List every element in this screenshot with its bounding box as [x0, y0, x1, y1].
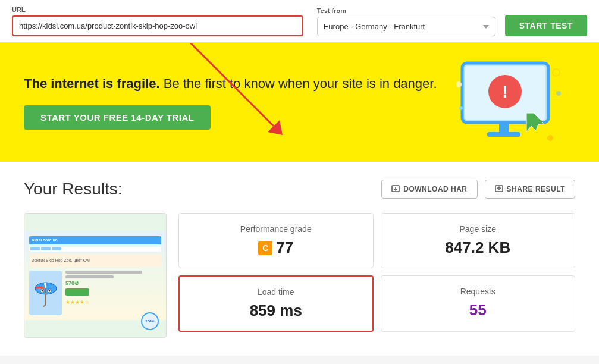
svg-point-22 — [41, 290, 43, 292]
banner-text: The internet is fragile. Be the first to… — [24, 75, 444, 93]
svg-point-9 — [553, 69, 560, 76]
thumb-nav-dot — [30, 247, 40, 250]
svg-point-12 — [459, 106, 463, 110]
thumb-seal-badge: 100% — [141, 312, 159, 330]
thumb-header: Kidsi.com.ua — [29, 236, 161, 244]
performance-grade-card: Performance grade C 77 — [178, 213, 374, 268]
thumb-title-text: Зонтик Skip Hop Zoo, цвет Owl — [32, 258, 90, 262]
start-test-button[interactable]: START TEST — [505, 15, 587, 36]
svg-point-13 — [547, 135, 553, 141]
svg-point-10 — [556, 91, 561, 96]
thumb-product-info: 570₴ ★★★★☆ — [65, 271, 161, 315]
thumb-buy-btn — [65, 288, 89, 296]
banner-bold-text: The internet is fragile. — [24, 76, 160, 91]
test-from-group: Test from Europe - Germany - FrankfurtNo… — [317, 7, 495, 36]
thumb-nav-dot — [52, 247, 61, 250]
stats-grid: Performance grade C 77 Page size 847.2 K… — [178, 213, 575, 332]
requests-card: Requests 55 — [381, 275, 576, 332]
download-icon — [391, 185, 400, 193]
grade-number: 77 — [276, 239, 293, 257]
monitor-illustration: ! — [456, 61, 563, 144]
svg-point-23 — [48, 290, 50, 292]
results-title: Your Results: — [24, 180, 123, 199]
thumb-title-bar: Зонтик Skip Hop Zoo, цвет Owl — [29, 254, 161, 267]
page-size-card: Page size 847.2 KB — [381, 213, 576, 268]
test-from-label: Test from — [317, 7, 495, 14]
load-time-value: 859 ms — [250, 302, 302, 320]
url-group: URL — [12, 6, 308, 36]
requests-label: Requests — [460, 287, 495, 296]
thumb-logo-text: Kidsi.com.ua — [32, 238, 58, 242]
results-header: Your Results: DOWNLOAD HAR SHARE RESULT — [24, 180, 575, 199]
svg-rect-7 — [487, 132, 520, 137]
thumb-price: 570₴ — [65, 280, 161, 286]
location-select[interactable]: Europe - Germany - FrankfurtNorth Americ… — [317, 17, 495, 36]
thumb-nav — [29, 247, 161, 252]
banner-normal-text: Be the first to know when your site is i… — [164, 76, 437, 91]
thumb-product-image — [29, 271, 62, 315]
page-size-label: Page size — [460, 224, 496, 234]
umbrella-svg — [34, 278, 58, 307]
banner-left: The internet is fragile. Be the first to… — [24, 75, 444, 130]
results-section: Your Results: DOWNLOAD HAR SHARE RESULT — [0, 162, 599, 356]
download-har-button[interactable]: DOWNLOAD HAR — [381, 180, 477, 199]
thumb-product-area: 570₴ ★★★★☆ — [29, 271, 161, 315]
grade-letter: C — [258, 241, 272, 255]
top-bar: URL Test from Europe - Germany - Frankfu… — [0, 0, 599, 43]
results-actions: DOWNLOAD HAR SHARE RESULT — [381, 180, 575, 199]
banner: The internet is fragile. Be the first to… — [0, 43, 599, 162]
performance-grade-label: Performance grade — [240, 224, 312, 234]
monitor-svg: ! — [456, 61, 563, 144]
results-body: Kidsi.com.ua Зонтик Skip Hop Zoo, цвет O… — [24, 213, 575, 338]
thumb-stars: ★★★★☆ — [65, 299, 161, 305]
grade-badge: C 77 — [258, 239, 293, 257]
load-time-card: Load time 859 ms — [178, 275, 374, 332]
url-input[interactable] — [12, 15, 303, 36]
trial-button[interactable]: START YOUR FREE 14-DAY TRIAL — [24, 105, 211, 130]
thumbnail-content: Kidsi.com.ua Зонтик Skip Hop Zoo, цвет O… — [24, 231, 166, 320]
requests-value: 55 — [469, 301, 487, 319]
share-icon — [495, 185, 503, 193]
site-thumbnail: Kidsi.com.ua Зонтик Skip Hop Zoo, цвет O… — [24, 213, 167, 338]
thumb-nav-dot — [41, 247, 51, 250]
banner-right: ! — [444, 61, 575, 144]
load-time-label: Load time — [258, 287, 294, 297]
page-size-value: 847.2 KB — [445, 239, 510, 257]
svg-text:!: ! — [502, 81, 508, 101]
url-label: URL — [12, 6, 308, 13]
svg-rect-6 — [499, 123, 509, 133]
share-result-button[interactable]: SHARE RESULT — [485, 180, 575, 199]
